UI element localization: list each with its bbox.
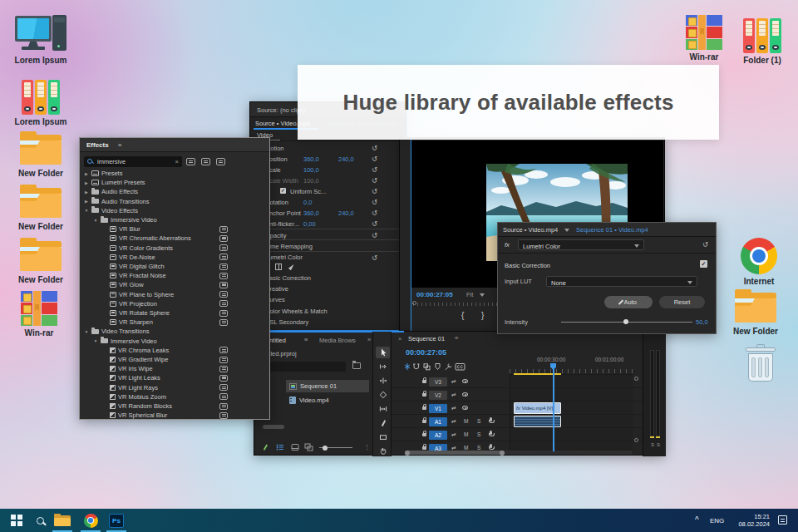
reset-icon[interactable]: ↺ xyxy=(372,176,377,185)
list-scrollbar[interactable] xyxy=(263,425,284,429)
effect-controls-row[interactable]: Basic Correction xyxy=(250,273,401,283)
timeline-track-v3[interactable]: V3⇄ xyxy=(392,375,643,388)
zoom-slider-handle[interactable] xyxy=(323,446,328,451)
mute-button[interactable]: M xyxy=(464,445,468,451)
property-value[interactable]: 360,0 xyxy=(303,155,319,163)
disclosure-arrow-icon[interactable]: ▶ xyxy=(84,180,89,185)
timeline-track-a2[interactable]: A2⇄MS xyxy=(392,428,643,441)
filter-yuv-icon[interactable] xyxy=(216,158,225,165)
effect-controls-row[interactable]: Time Remapping xyxy=(250,239,401,250)
mark-in-icon[interactable]: { xyxy=(461,311,464,320)
search-input[interactable] xyxy=(97,156,169,167)
track-name-button[interactable]: V3 xyxy=(429,377,447,387)
effects-search-box[interactable]: × xyxy=(84,156,182,167)
mark-out-icon[interactable]: } xyxy=(481,311,484,320)
reset-icon[interactable]: ↺ xyxy=(372,165,377,174)
meter-solo-left[interactable]: S xyxy=(651,442,654,447)
effect-controls-row[interactable]: Motion↺ xyxy=(250,142,401,153)
tab-overflow-icon[interactable]: » xyxy=(367,336,371,343)
tool-razor[interactable] xyxy=(376,389,390,401)
solo-button[interactable]: S xyxy=(477,418,480,424)
effect-controls-row[interactable]: Anti-flicker...0,00↺ xyxy=(250,218,401,229)
desktop-icon-winrar[interactable]: Win-rar xyxy=(10,291,68,337)
effects-tree-item[interactable]: VR Gradient Wipe xyxy=(80,355,269,364)
taskbar-chrome-button[interactable] xyxy=(80,509,101,532)
desktop-icon-internet[interactable]: Internet xyxy=(730,238,788,286)
desktop-icon-folder-1[interactable]: New Folder xyxy=(12,133,70,178)
property-value[interactable]: 240,0 xyxy=(338,155,354,163)
sync-lock-icon[interactable]: ⇄ xyxy=(451,392,456,398)
auto-button[interactable]: Auto xyxy=(604,296,653,308)
effect-select[interactable]: Lumetri Color xyxy=(518,239,644,250)
desktop-icon-folder-2[interactable]: New Folder xyxy=(12,186,70,231)
freeform-view-icon[interactable] xyxy=(304,443,313,451)
tool-selection[interactable] xyxy=(376,347,390,358)
tab-media-browser[interactable]: Media Browser xyxy=(319,337,356,344)
panel-menu-icon[interactable]: ≡ xyxy=(455,334,458,342)
scrub-handle[interactable] xyxy=(412,301,416,305)
solo-button[interactable]: S xyxy=(477,445,480,451)
tab-lumetri-source[interactable]: Source • Video.mp4 xyxy=(503,226,558,234)
tool-ripple-edit[interactable] xyxy=(376,375,390,387)
tool-hand[interactable] xyxy=(376,445,390,456)
property-value[interactable]: 100,0 xyxy=(303,177,319,185)
scrollbar-handle[interactable] xyxy=(406,451,504,455)
sync-lock-icon[interactable]: ⇄ xyxy=(451,418,456,425)
lock-icon[interactable] xyxy=(422,420,426,423)
reset-icon[interactable]: ↺ xyxy=(372,254,377,262)
track-name-button[interactable]: V1 xyxy=(429,404,447,413)
desktop-icon-binders[interactable]: Lorem Ipsum xyxy=(12,80,70,126)
property-value[interactable]: 360,0 xyxy=(303,209,319,217)
property-value[interactable]: 240,0 xyxy=(338,209,354,217)
effects-tree-item[interactable]: VR Spherical Blur xyxy=(80,411,269,419)
effect-controls-row[interactable]: Scale100,0↺ xyxy=(250,164,401,175)
eye-icon[interactable] xyxy=(462,392,468,397)
intensity-slider-handle[interactable] xyxy=(623,319,628,324)
mute-button[interactable]: M xyxy=(464,431,468,437)
track-content-area[interactable] xyxy=(510,375,633,387)
grid-icon[interactable] xyxy=(275,264,282,270)
tool-slip[interactable] xyxy=(376,403,390,415)
effect-controls-row[interactable]: Curves xyxy=(250,294,401,305)
effects-tree-item[interactable]: ▶Presets xyxy=(80,169,269,178)
effect-controls-row[interactable] xyxy=(250,262,401,273)
tab-lumetri-sequence[interactable]: Sequence 01 • Video.mp4 xyxy=(576,226,648,234)
start-button[interactable] xyxy=(7,509,27,532)
effects-tree-item[interactable]: VR Rotate Sphere xyxy=(80,308,269,318)
disclosure-arrow-icon[interactable]: ▼ xyxy=(93,338,98,343)
effect-controls-row[interactable]: Position360,0240,0↺ xyxy=(250,153,401,164)
effects-tree-item[interactable]: VR Color Gradients xyxy=(80,244,269,253)
disclosure-arrow-icon[interactable]: ▼ xyxy=(84,208,89,213)
tray-expand-icon[interactable]: ^ xyxy=(695,515,699,525)
sync-lock-icon[interactable]: ⇄ xyxy=(451,378,456,385)
effect-controls-row[interactable]: Anchor Point360,0240,0↺ xyxy=(250,207,401,218)
effects-tree-item[interactable]: VR Random Blocks xyxy=(80,401,269,411)
panel-menu-icon[interactable]: ≡ xyxy=(304,336,308,343)
disclosure-arrow-icon[interactable]: ▶ xyxy=(84,171,89,176)
tool-pen[interactable] xyxy=(376,417,390,429)
effects-tree-item[interactable]: VR Digital Glitch xyxy=(80,262,269,271)
checkbox[interactable]: ✓ xyxy=(280,188,286,194)
close-icon[interactable]: × xyxy=(398,335,401,342)
vertical-scrollbar-dot[interactable] xyxy=(634,377,638,381)
zoom-level-select[interactable]: Fit xyxy=(466,291,473,298)
scrollbar-end-dot[interactable] xyxy=(500,451,505,456)
effect-controls-row[interactable]: ✓Uniform Sc...↺ xyxy=(250,185,401,196)
track-name-button[interactable]: A1 xyxy=(429,417,447,426)
vertical-scrollbar-dot[interactable] xyxy=(634,438,638,442)
effects-tree-item[interactable]: VR Light Rays xyxy=(80,383,269,392)
reset-icon[interactable]: ↺ xyxy=(372,209,377,217)
effects-tree-item[interactable]: VR Light Leaks xyxy=(80,373,269,382)
track-name-button[interactable]: A2 xyxy=(429,431,447,440)
tab-sequence[interactable]: Sequence 01 xyxy=(408,335,445,342)
filter-32bit-icon[interactable] xyxy=(201,158,210,165)
mic-icon[interactable] xyxy=(490,444,492,448)
property-value[interactable]: 0,00 xyxy=(303,220,316,228)
mute-button[interactable]: M xyxy=(464,418,468,424)
eye-icon[interactable] xyxy=(462,406,468,410)
effects-tree-item[interactable]: VR Blur xyxy=(80,224,269,234)
lock-icon[interactable] xyxy=(422,433,426,436)
filter-accelerated-icon[interactable] xyxy=(186,158,195,165)
property-value[interactable]: 0,0 xyxy=(303,199,312,206)
effects-tree-item[interactable]: ▼Immersive Video xyxy=(80,337,269,346)
